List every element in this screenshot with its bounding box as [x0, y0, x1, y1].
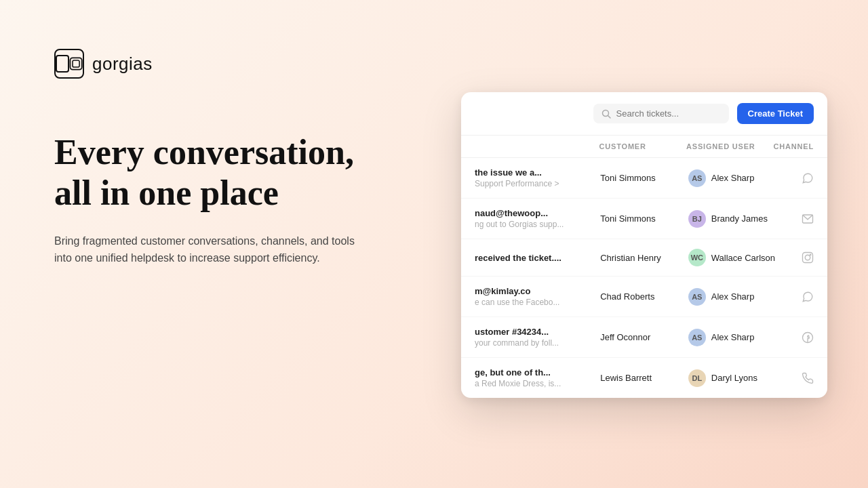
hero-title: Every conversation,all in one place	[54, 132, 366, 214]
channel-icon	[776, 213, 814, 225]
table-row[interactable]: ustomer #34234... your command by foll..…	[461, 317, 827, 358]
ticket-info: ge, but one of th... a Red Moxie Dress, …	[475, 367, 600, 388]
svg-point-7	[810, 254, 811, 256]
table-row[interactable]: naud@thewoop... ng out to Gorgias supp..…	[461, 199, 827, 239]
ticket-info: m@kimlay.co e can use the Facebo...	[475, 286, 600, 307]
avatar: BJ	[688, 210, 706, 228]
table-row[interactable]: received the ticket.... Christian Henry …	[461, 239, 827, 277]
col-customer-header: CUSTOMER	[599, 142, 687, 150]
ticket-preview: Support Performance >	[475, 179, 600, 188]
ticket-subject: ge, but one of th...	[475, 367, 600, 378]
assigned-user: AS Alex Sharp	[688, 169, 776, 187]
search-icon	[601, 109, 611, 119]
table-row[interactable]: the issue we a... Support Performance > …	[461, 158, 827, 199]
hero-subtitle: Bring fragmented customer conversations,…	[54, 232, 366, 267]
table-row[interactable]: m@kimlay.co e can use the Facebo... Chad…	[461, 277, 827, 317]
ticket-subject: naud@thewoop...	[475, 208, 600, 218]
avatar: WC	[688, 249, 706, 266]
search-input[interactable]	[616, 108, 721, 119]
channel-icon	[776, 291, 814, 303]
app-window: Create Ticket CUSTOMER ASSIGNED USER CHA…	[461, 92, 827, 398]
assigned-name: Alex Sharp	[711, 291, 755, 302]
customer-name: Toni Simmons	[600, 173, 688, 183]
create-ticket-button[interactable]: Create Ticket	[737, 103, 814, 124]
logo-area: gorgias	[54, 49, 153, 79]
assigned-user: WC Wallace Carlson	[688, 249, 776, 266]
ticket-subject: the issue we a...	[475, 167, 600, 178]
ticket-preview: your command by foll...	[475, 338, 600, 348]
logo-text: gorgias	[92, 54, 153, 75]
ticket-info: received the ticket....	[475, 253, 600, 263]
assigned-user: AS Alex Sharp	[688, 288, 776, 306]
customer-name: Chad Roberts	[600, 291, 688, 302]
customer-name: Jeff Oconnor	[600, 332, 688, 342]
avatar: AS	[688, 288, 706, 306]
assigned-name: Alex Sharp	[711, 332, 755, 342]
avatar: AS	[688, 169, 706, 187]
col-ticket-header	[475, 142, 599, 150]
ticket-info: ustomer #34234... your command by foll..…	[475, 327, 600, 348]
assigned-name: Daryl Lyons	[711, 373, 757, 383]
ticket-subject: received the ticket....	[475, 253, 600, 263]
assigned-name: Alex Sharp	[711, 173, 755, 183]
assigned-user: AS Alex Sharp	[688, 329, 776, 346]
channel-icon	[776, 172, 814, 184]
svg-point-6	[805, 255, 810, 260]
svg-rect-5	[802, 253, 812, 263]
customer-name: Toni Simmons	[600, 214, 688, 224]
svg-rect-0	[70, 58, 81, 69]
customer-name: Christian Henry	[600, 253, 688, 263]
ticket-info: naud@thewoop... ng out to Gorgias supp..…	[475, 208, 600, 229]
ticket-subject: m@kimlay.co	[475, 286, 600, 296]
ticket-info: the issue we a... Support Performance >	[475, 167, 600, 188]
ticket-preview: a Red Moxie Dress, is...	[475, 379, 600, 388]
col-assigned-header: ASSIGNED USER	[686, 142, 774, 150]
avatar: AS	[688, 329, 706, 346]
ticket-preview: e can use the Facebo...	[475, 298, 600, 307]
table-row[interactable]: ge, but one of th... a Red Moxie Dress, …	[461, 358, 827, 398]
ticket-preview: ng out to Gorgias supp...	[475, 220, 600, 229]
channel-icon	[776, 372, 814, 384]
toolbar: Create Ticket	[461, 92, 827, 136]
logo-icon	[54, 49, 84, 79]
channel-icon	[776, 251, 814, 264]
channel-icon	[776, 331, 814, 344]
svg-rect-1	[73, 60, 79, 67]
customer-name: Lewis Barrett	[600, 373, 688, 383]
assigned-name: Wallace Carlson	[711, 253, 775, 263]
ticket-subject: ustomer #34234...	[475, 327, 600, 337]
assigned-user: BJ Brandy James	[688, 210, 776, 228]
table-body: the issue we a... Support Performance > …	[461, 158, 827, 398]
hero-area: Every conversation,all in one place Brin…	[54, 132, 366, 267]
assigned-name: Brandy James	[711, 214, 768, 224]
col-channel-header: CHANNEL	[774, 142, 814, 150]
search-wrapper[interactable]	[593, 104, 729, 123]
assigned-user: DL Daryl Lyons	[688, 369, 776, 387]
svg-line-3	[608, 115, 610, 118]
table-header: CUSTOMER ASSIGNED USER CHANNEL	[461, 136, 827, 158]
avatar: DL	[688, 369, 706, 387]
